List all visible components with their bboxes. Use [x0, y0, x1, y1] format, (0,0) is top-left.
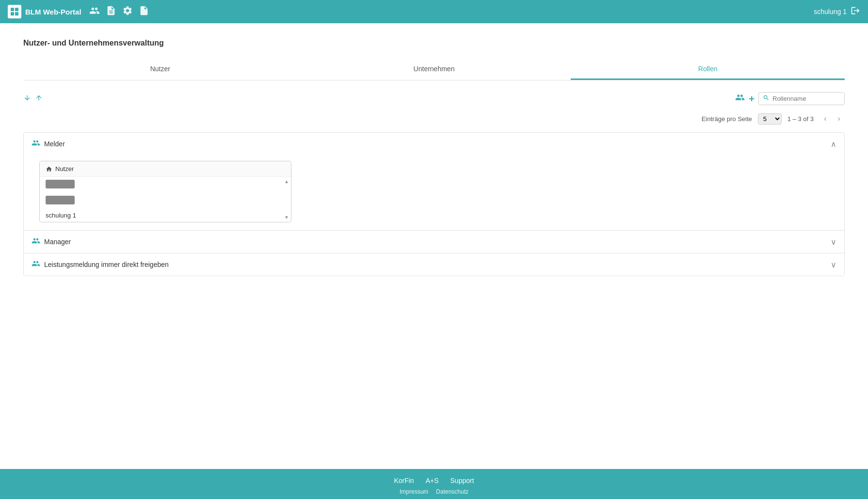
footer-link-as[interactable]: A+S [426, 477, 439, 484]
footer-datenschutz[interactable]: Datenschutz [436, 488, 468, 495]
list-item [40, 177, 291, 193]
role-users-icon-leistungsmeldung [32, 259, 40, 270]
redacted-user-2 [46, 196, 75, 204]
svg-rect-0 [11, 8, 14, 11]
role-row-manager: Manager ∨ [24, 231, 844, 253]
scroll-up-arrow: ▲ [284, 179, 289, 184]
file-nav-icon[interactable] [139, 5, 149, 18]
header-left: BLM Web-Portal [8, 5, 149, 18]
per-page-label: Einträge pro Seite [702, 115, 752, 123]
add-users-icon[interactable] [735, 93, 745, 105]
add-role-button[interactable]: + [749, 94, 755, 104]
tabs-bar: Nutzer Unternehmen Rollen [23, 59, 845, 80]
document-nav-icon[interactable] [106, 5, 116, 18]
role-name-manager: Manager [44, 238, 71, 246]
search-icon [763, 94, 770, 103]
sort-down-icon[interactable] [23, 94, 31, 104]
pagination-prev-button[interactable]: ‹ [820, 113, 831, 125]
role-title-manager: Manager [32, 236, 71, 247]
role-header-leistungsmeldung[interactable]: Leistungsmeldung immer direkt freigeben … [24, 253, 844, 276]
pagination-bar: Einträge pro Seite 5 10 25 1 – 3 of 3 ‹ … [23, 113, 845, 125]
footer-impressum[interactable]: Impressum [400, 488, 428, 495]
tab-rollen[interactable]: Rollen [571, 59, 845, 80]
username-display: schulung 1 [814, 8, 847, 16]
logo-icon [8, 5, 21, 18]
app-footer: KorFin A+S Support Impressum Datenschutz [0, 469, 868, 499]
users-dropdown-header: Nutzer [40, 161, 291, 177]
role-row-melder: Melder ∧ Nutzer [24, 133, 844, 231]
pagination-range: 1 – 3 of 3 [788, 115, 814, 123]
logout-icon[interactable] [851, 6, 860, 18]
tab-unternehmen[interactable]: Unternehmen [297, 59, 571, 80]
footer-link-support[interactable]: Support [450, 477, 474, 484]
scroll-down-arrow: ▼ [284, 215, 289, 220]
svg-rect-1 [15, 8, 18, 11]
sort-up-icon[interactable] [35, 94, 43, 104]
users-nav-icon[interactable] [89, 5, 100, 18]
pagination-next-button[interactable]: › [833, 113, 845, 125]
users-dropdown-label: Nutzer [55, 165, 74, 172]
role-name-melder: Melder [44, 140, 65, 148]
footer-legal: Impressum Datenschutz [0, 488, 868, 495]
users-dropdown-melder: Nutzer schulung 1 [39, 161, 291, 222]
roles-toolbar: + [23, 92, 845, 105]
header-right: schulung 1 [814, 6, 860, 18]
tab-nutzer[interactable]: Nutzer [23, 59, 297, 80]
svg-rect-3 [15, 12, 18, 16]
main-content: Nutzer- und Unternehmensverwaltung Nutze… [0, 23, 868, 469]
manager-chevron-icon: ∨ [831, 237, 836, 247]
svg-rect-2 [11, 12, 14, 16]
redacted-user-1 [46, 180, 75, 188]
users-scroll: schulung 1 [40, 177, 291, 222]
app-logo-text: BLM Web-Portal [25, 8, 81, 16]
search-add-controls: + [735, 92, 845, 105]
melder-chevron-icon: ∧ [831, 140, 836, 149]
page-title: Nutzer- und Unternehmensverwaltung [23, 39, 845, 47]
role-search-box [758, 92, 845, 105]
app-logo[interactable]: BLM Web-Portal [8, 5, 81, 18]
role-name-leistungsmeldung: Leistungsmeldung immer direkt freigeben [44, 261, 169, 268]
role-users-icon-manager [32, 236, 40, 247]
list-item [40, 193, 291, 209]
header-nav-icons [89, 5, 149, 18]
role-users-icon-melder [32, 139, 40, 149]
app-header: BLM Web-Portal schulung 1 [0, 0, 868, 23]
role-search-input[interactable] [772, 95, 840, 102]
role-title-melder: Melder [32, 139, 65, 149]
role-row-leistungsmeldung: Leistungsmeldung immer direkt freigeben … [24, 253, 844, 276]
scroll-arrows: ▲ ▼ [284, 177, 289, 222]
footer-links: KorFin A+S Support [0, 477, 868, 484]
roles-list: Melder ∧ Nutzer [23, 132, 845, 276]
pagination-nav: ‹ › [820, 113, 845, 125]
per-page-select[interactable]: 5 10 25 [758, 113, 782, 125]
role-header-manager[interactable]: Manager ∨ [24, 231, 844, 253]
leistungsmeldung-chevron-icon: ∨ [831, 260, 836, 269]
sort-controls [23, 94, 43, 104]
role-body-melder: Nutzer schulung 1 [24, 155, 844, 230]
role-header-melder[interactable]: Melder ∧ [24, 133, 844, 155]
list-item: schulung 1 [40, 209, 291, 222]
settings-nav-icon[interactable] [122, 5, 133, 18]
users-list: schulung 1 ▲ ▼ [40, 177, 291, 222]
role-title-leistungsmeldung: Leistungsmeldung immer direkt freigeben [32, 259, 169, 270]
user-name-schulung1: schulung 1 [46, 212, 76, 219]
footer-link-korfin[interactable]: KorFin [394, 477, 414, 484]
